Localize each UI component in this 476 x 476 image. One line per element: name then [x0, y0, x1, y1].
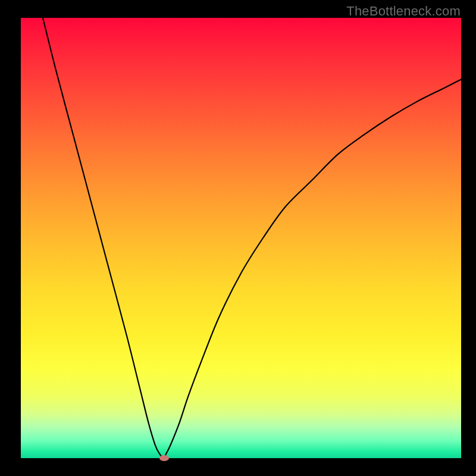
- bottleneck-curve: [21, 18, 461, 458]
- plot-area: [21, 18, 461, 458]
- chart-frame: TheBottleneck.com: [0, 0, 476, 476]
- watermark-text: TheBottleneck.com: [346, 4, 461, 19]
- optimum-marker: [159, 455, 169, 461]
